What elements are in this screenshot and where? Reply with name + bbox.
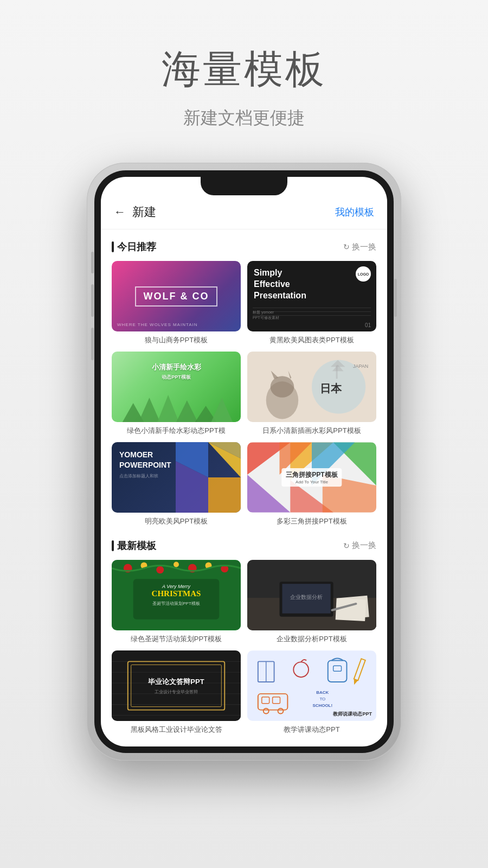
svg-marker-1 — [139, 398, 160, 422]
business-template-name: 企业数据分析PPT模板 — [247, 635, 376, 644]
nav-title: 新建 — [132, 204, 335, 220]
today-refresh-label: 换一换 — [352, 242, 376, 252]
latest-refresh-icon: ↻ — [343, 541, 350, 550]
wolf-template-name: 狼与山商务PPT模板 — [112, 336, 241, 345]
phone-outer: ← 新建 我的模板 今日推荐 ↻ 换一换 — [87, 163, 401, 761]
today-section-title: 今日推荐 — [112, 240, 156, 253]
power-button — [394, 279, 397, 317]
scroll-content[interactable]: 今日推荐 ↻ 换一换 WOLF & CO — [101, 229, 387, 746]
svg-text:JAPAN: JAPAN — [353, 363, 368, 369]
svg-marker-3 — [176, 400, 198, 422]
template-japan-thumb: 日本 JAPAN — [247, 352, 376, 422]
mute-button — [91, 252, 94, 273]
thesis-template-name: 黑板风格工业设计毕业论文答 — [112, 725, 241, 735]
page-subtitle: 新建文档更便捷 — [162, 106, 326, 130]
latest-section-title: 最新模板 — [112, 539, 156, 552]
today-template-grid: WOLF & CO WHERE THE WOLVES MAINTAIN 狼与山商… — [112, 261, 376, 526]
today-section-header: 今日推荐 ↻ 换一换 — [112, 240, 376, 253]
school-label: 教师说课动态PPT — [333, 711, 372, 718]
watercolor-template-name: 绿色小清新手绘水彩动态PPT模 — [112, 426, 241, 436]
triangle-overlay: 三角拼接PPT模板 Add To Your Title — [281, 468, 342, 487]
xmas-text: A Very Merry CHRISTMAS 圣诞节活动策划PPT模板 — [152, 584, 201, 607]
wolf-title: WOLF & CO — [135, 286, 218, 307]
thesis-sub: 工业设计专业毕业答辩 — [148, 688, 204, 694]
latest-refresh-label: 换一换 — [352, 540, 376, 551]
volume-down-button — [91, 328, 94, 360]
phone-inner: ← 新建 我的模板 今日推荐 ↻ 换一换 — [94, 170, 394, 753]
template-school-thumb: BACK TO SCHOOL! 教师说课动态PPT — [247, 650, 376, 721]
triangle-template-name: 多彩三角拼接PPT模板 — [247, 517, 376, 526]
japan-svg: 日本 JAPAN — [247, 352, 376, 422]
back-button[interactable]: ← — [114, 205, 126, 219]
template-watercolor-thumb: 小清新手绘水彩 动态PPT模板 — [112, 352, 241, 422]
thesis-content: 毕业论文答辩PPT 工业设计专业毕业答辩 — [148, 676, 204, 694]
yomoer-template-name: 明亮欧美风PPT模板 — [112, 517, 241, 526]
today-refresh-button[interactable]: ↻ 换一换 — [343, 242, 376, 252]
tri-main-text: 三角拼接PPT模板 — [286, 470, 337, 480]
wc-subtitle: 动态PPT模板 — [162, 374, 191, 380]
template-yomoer[interactable]: YOMOERPOWERPOINT 点击添加标题人和班 — [112, 442, 241, 526]
latest-template-grid: A Very Merry CHRISTMAS 圣诞节活动策划PPT模板 绿色圣诞… — [112, 560, 376, 735]
latest-refresh-button[interactable]: ↻ 换一换 — [343, 540, 376, 551]
template-thesis[interactable]: 毕业论文答辩PPT 工业设计专业毕业答辩 黑板风格工业设计毕业论文答 — [112, 650, 241, 735]
page-header: 海量模板 新建文档更便捷 — [162, 0, 326, 163]
template-yomoer-thumb: YOMOERPOWERPOINT 点击添加标题人和班 — [112, 442, 241, 513]
watercolor-trees-svg — [112, 387, 241, 422]
svg-text:日本: 日本 — [320, 382, 342, 394]
tri-sub-text: Add To Your Title — [286, 480, 337, 484]
yomoer-shapes-svg — [165, 442, 241, 513]
volume-up-button — [91, 284, 94, 317]
template-wolf-thumb: WOLF & CO WHERE THE WOLVES MAINTAIN — [112, 261, 241, 331]
refresh-icon: ↻ — [343, 242, 350, 251]
wc-title: 小清新手绘水彩 动态PPT模板 — [152, 362, 201, 381]
svg-marker-2 — [157, 395, 179, 422]
svg-point-35 — [156, 566, 164, 573]
svg-text:企业数据分析: 企业数据分析 — [290, 594, 323, 600]
template-school[interactable]: BACK TO SCHOOL! 教师说课动态PPT 教学讲课动态PPT — [247, 650, 376, 735]
svg-marker-5 — [211, 398, 233, 422]
template-simply[interactable]: SimplyEffectivePresentation LOGO 标题 yomo… — [247, 261, 376, 345]
template-wolf[interactable]: WOLF & CO WHERE THE WOLVES MAINTAIN 狼与山商… — [112, 261, 241, 345]
japan-template-name: 日系小清新插画水彩风PPT模板 — [247, 426, 376, 436]
my-templates-link[interactable]: 我的模板 — [335, 206, 374, 219]
school-template-name: 教学讲课动态PPT — [247, 725, 376, 735]
template-japan[interactable]: 日本 JAPAN — [247, 352, 376, 436]
svg-text:TO: TO — [319, 696, 325, 701]
simply-template-name: 黄黑欧美风图表类PPT模板 — [247, 336, 376, 345]
svg-rect-46 — [336, 598, 367, 621]
wolf-subtitle: WHERE THE WOLVES MAINTAIN — [117, 322, 198, 327]
template-business[interactable]: 企业数据分析 企业数据分析PPT模板 — [247, 560, 376, 644]
svg-point-9 — [271, 376, 294, 398]
business-svg: 企业数据分析 — [247, 560, 376, 630]
today-section: 今日推荐 ↻ 换一换 WOLF & CO — [112, 240, 376, 526]
svg-marker-19 — [208, 477, 241, 513]
latest-section: 最新模板 ↻ 换一换 — [112, 539, 376, 735]
xmas-title: CHRISTMAS — [152, 589, 201, 598]
phone-mockup: ← 新建 我的模板 今日推荐 ↻ 换一换 — [87, 163, 401, 761]
svg-text:BACK: BACK — [316, 690, 329, 694]
simply-label: 标题 yomoerPPT可修改素材 — [253, 310, 279, 321]
template-simply-thumb: SimplyEffectivePresentation LOGO 标题 yomo… — [247, 261, 376, 331]
christmas-template-name: 绿色圣诞节活动策划PPT模板 — [112, 635, 241, 644]
template-thesis-thumb: 毕业论文答辩PPT 工业设计专业毕业答辩 — [112, 650, 241, 721]
template-christmas[interactable]: A Very Merry CHRISTMAS 圣诞节活动策划PPT模板 绿色圣诞… — [112, 560, 241, 644]
thesis-title: 毕业论文答辩PPT — [148, 676, 204, 686]
latest-section-header: 最新模板 ↻ 换一换 — [112, 539, 376, 552]
svg-text:SCHOOL!: SCHOOL! — [313, 703, 333, 707]
page-title: 海量模板 — [162, 43, 326, 95]
phone-notch — [201, 177, 287, 195]
simply-logo: LOGO — [356, 266, 371, 282]
template-christmas-thumb: A Very Merry CHRISTMAS 圣诞节活动策划PPT模板 — [112, 560, 241, 630]
template-triangle-thumb: 三角拼接PPT模板 Add To Your Title — [247, 442, 376, 513]
template-business-thumb: 企业数据分析 — [247, 560, 376, 630]
svg-point-36 — [174, 561, 179, 567]
app-content: ← 新建 我的模板 今日推荐 ↻ 换一换 — [101, 177, 387, 746]
phone-screen: ← 新建 我的模板 今日推荐 ↻ 换一换 — [101, 177, 387, 746]
template-watercolor[interactable]: 小清新手绘水彩 动态PPT模板 — [112, 352, 241, 436]
simply-num: 01 — [365, 322, 371, 328]
template-triangle[interactable]: 三角拼接PPT模板 Add To Your Title 多彩三角拼接PPT模板 — [247, 442, 376, 526]
